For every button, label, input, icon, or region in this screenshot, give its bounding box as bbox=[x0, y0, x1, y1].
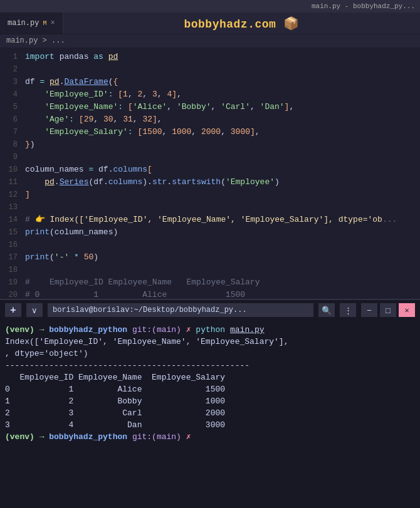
code-line-10: 10 column_names = df.columns[ bbox=[0, 163, 420, 176]
code-line-3: 3 df = pd.DataFrame({ bbox=[0, 76, 420, 88]
code-line-17: 17 print('-' * 50) bbox=[0, 251, 420, 264]
breadcrumb: main.py > ... bbox=[0, 34, 420, 48]
terminal-output-dtype: , dtype='object') bbox=[5, 348, 415, 360]
maximize-button[interactable]: □ bbox=[380, 303, 396, 317]
code-content-12: ] bbox=[25, 189, 420, 201]
code-content-2 bbox=[25, 63, 420, 76]
breadcrumb-text: main.py > ... bbox=[6, 36, 65, 45]
code-line-16: 16 bbox=[0, 239, 420, 251]
site-title-center: bobbyhadz.com 📦 bbox=[63, 16, 420, 31]
site-title-text: bobbyhadz.com bbox=[184, 18, 276, 31]
terminal-dash-line: ----------------------------------------… bbox=[5, 360, 415, 371]
code-content-4: 'Employee_ID': [1, 2, 3, 4], bbox=[25, 88, 420, 101]
terminal-end-prompt: (venv) → bobbyhadz_python git:(main) ✗ bbox=[5, 431, 415, 443]
line-num-10: 10 bbox=[3, 163, 18, 176]
code-line-6: 6 'Age': [29, 30, 31, 32], bbox=[0, 113, 420, 126]
line-num-4: 4 bbox=[3, 88, 18, 101]
line-num-1: 1 bbox=[3, 51, 18, 63]
terminal-search-button[interactable]: 🔍 bbox=[318, 303, 335, 317]
code-content-7: 'Employee_Salary': [1500, 1000, 2000, 30… bbox=[25, 126, 420, 138]
terminal-menu-button[interactable]: ⋮ bbox=[340, 303, 356, 317]
code-line-4: 4 'Employee_ID': [1, 2, 3, 4], bbox=[0, 88, 420, 101]
close-button[interactable]: × bbox=[399, 303, 415, 317]
code-content-8: }) bbox=[25, 138, 420, 151]
code-content-11: pd.Series(df.columns).str.startswith('Em… bbox=[25, 176, 420, 189]
line-num-15: 15 bbox=[3, 226, 18, 239]
tab-filename: main.py bbox=[8, 19, 39, 28]
line-num-11: 11 bbox=[3, 176, 18, 189]
line-num-19: 19 bbox=[3, 276, 18, 289]
line-num-13: 13 bbox=[3, 201, 18, 214]
code-line-18: 18 bbox=[0, 264, 420, 276]
title-text: main.py - bobbyhadz_py... bbox=[312, 3, 415, 10]
line-num-12: 12 bbox=[3, 189, 18, 201]
title-bar: main.py - bobbyhadz_py... bbox=[0, 0, 420, 13]
terminal-content: (venv) → bobbyhadz_python git:(main) ✗ p… bbox=[0, 320, 420, 508]
terminal-chevron-button[interactable]: ∨ bbox=[26, 303, 43, 317]
terminal-table-header: Employee_ID Employee_Name Employee_Salar… bbox=[5, 371, 415, 383]
code-content-3: df = pd.DataFrame({ bbox=[25, 76, 420, 88]
code-line-7: 7 'Employee_Salary': [1500, 1000, 2000, … bbox=[0, 126, 420, 138]
window-controls: − □ × bbox=[361, 303, 415, 317]
code-content-13 bbox=[25, 201, 420, 214]
line-num-17: 17 bbox=[3, 251, 18, 264]
code-content-20: # 0 1 Alice 1500 bbox=[25, 289, 420, 299]
code-content-9 bbox=[25, 151, 420, 163]
line-num-3: 3 bbox=[3, 76, 18, 88]
terminal-row-0: 0 1 Alice 1500 bbox=[5, 383, 415, 395]
terminal-row-3: 3 4 Dan 3000 bbox=[5, 419, 415, 431]
minimize-button[interactable]: − bbox=[361, 303, 377, 317]
site-icon: 📦 bbox=[283, 17, 300, 31]
code-content-16 bbox=[25, 239, 420, 251]
code-line-20: 20 # 0 1 Alice 1500 bbox=[0, 289, 420, 299]
code-line-5: 5 'Employee_Name': ['Alice', 'Bobby', 'C… bbox=[0, 101, 420, 113]
code-line-13: 13 bbox=[0, 201, 420, 214]
code-content-14: # 👉 Index(['Employee_ID', 'Employee_Name… bbox=[25, 214, 420, 226]
line-num-8: 8 bbox=[3, 138, 18, 151]
code-content-19: # Employee_ID Employee_Name Employee_Sal… bbox=[25, 276, 420, 289]
code-content-10: column_names = df.columns[ bbox=[25, 163, 420, 176]
line-num-5: 5 bbox=[3, 101, 18, 113]
line-num-9: 9 bbox=[3, 151, 18, 163]
code-line-11: 11 pd.Series(df.columns).str.startswith(… bbox=[0, 176, 420, 189]
code-line-19: 19 # Employee_ID Employee_Name Employee_… bbox=[0, 276, 420, 289]
code-content-1: import pandas as pd bbox=[25, 51, 420, 63]
line-num-7: 7 bbox=[3, 126, 18, 138]
terminal-row-1: 1 2 Bobby 1000 bbox=[5, 395, 415, 407]
code-content-17: print('-' * 50) bbox=[25, 251, 420, 264]
code-line-2: 2 bbox=[0, 63, 420, 76]
terminal-row-2: 2 3 Carl 2000 bbox=[5, 407, 415, 419]
terminal-output-index: Index(['Employee_ID', 'Employee_Name', '… bbox=[5, 336, 415, 348]
code-content-18 bbox=[25, 264, 420, 276]
terminal-path-text: borislav@borislav:~/Desktop/bobbyhadz_py… bbox=[53, 306, 247, 314]
new-terminal-button[interactable]: + bbox=[5, 303, 21, 317]
line-num-14: 14 bbox=[3, 214, 18, 226]
code-line-14: 14 # 👉 Index(['Employee_ID', 'Employee_N… bbox=[0, 214, 420, 226]
code-editor[interactable]: 1 import pandas as pd 2 3 df = pd.DataFr… bbox=[0, 48, 420, 299]
terminal-command-line: (venv) → bobbyhadz_python git:(main) ✗ p… bbox=[5, 324, 415, 336]
line-num-2: 2 bbox=[3, 63, 18, 76]
tab-close-button[interactable]: × bbox=[50, 19, 55, 28]
code-line-15: 15 print(column_names) bbox=[0, 226, 420, 239]
line-num-20: 20 bbox=[3, 289, 18, 299]
code-content-5: 'Employee_Name': ['Alice', 'Bobby', 'Car… bbox=[25, 101, 420, 113]
tab-modified-marker: M bbox=[43, 20, 46, 27]
file-tab[interactable]: main.py M × bbox=[0, 13, 63, 34]
line-num-18: 18 bbox=[3, 264, 18, 276]
terminal-bar: + ∨ borislav@borislav:~/Desktop/bobbyhad… bbox=[0, 299, 420, 320]
code-content-15: print(column_names) bbox=[25, 226, 420, 239]
code-content-6: 'Age': [29, 30, 31, 32], bbox=[25, 113, 420, 126]
code-line-8: 8 }) bbox=[0, 138, 420, 151]
code-line-1: 1 import pandas as pd bbox=[0, 51, 420, 63]
code-line-9: 9 bbox=[0, 151, 420, 163]
terminal-path: borislav@borislav:~/Desktop/bobbyhadz_py… bbox=[48, 303, 313, 317]
code-line-12: 12 ] bbox=[0, 189, 420, 201]
line-num-6: 6 bbox=[3, 113, 18, 126]
line-num-16: 16 bbox=[3, 239, 18, 251]
tab-bar: main.py M × bobbyhadz.com 📦 bbox=[0, 13, 420, 34]
